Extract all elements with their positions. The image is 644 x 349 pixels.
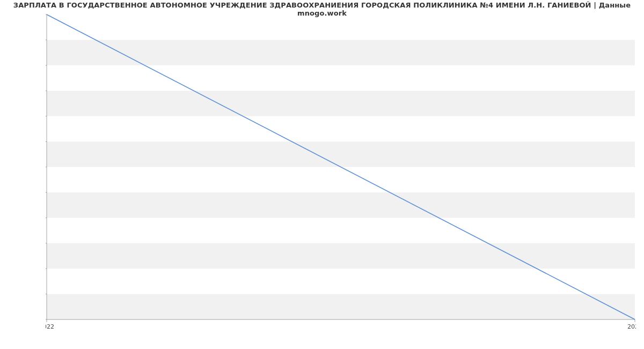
grid-band [47,294,635,319]
x-tick: 2022 [46,319,54,330]
plot-area: 2000025000300003500040000450005000055000… [46,13,636,330]
grid-band [47,243,635,268]
x-tick-label: 2023 [627,323,636,330]
grid-band [47,142,635,167]
chart-svg: 2000025000300003500040000450005000055000… [46,13,636,330]
grid-band [47,192,635,217]
chart-container: ЗАРПЛАТА В ГОСУДАРСТВЕННОЕ АВТОНОМНОЕ УЧ… [0,0,644,349]
grid-band [47,91,635,116]
x-tick-label: 2022 [46,323,54,330]
grid-band [47,40,635,65]
x-tick: 2023 [627,319,636,330]
